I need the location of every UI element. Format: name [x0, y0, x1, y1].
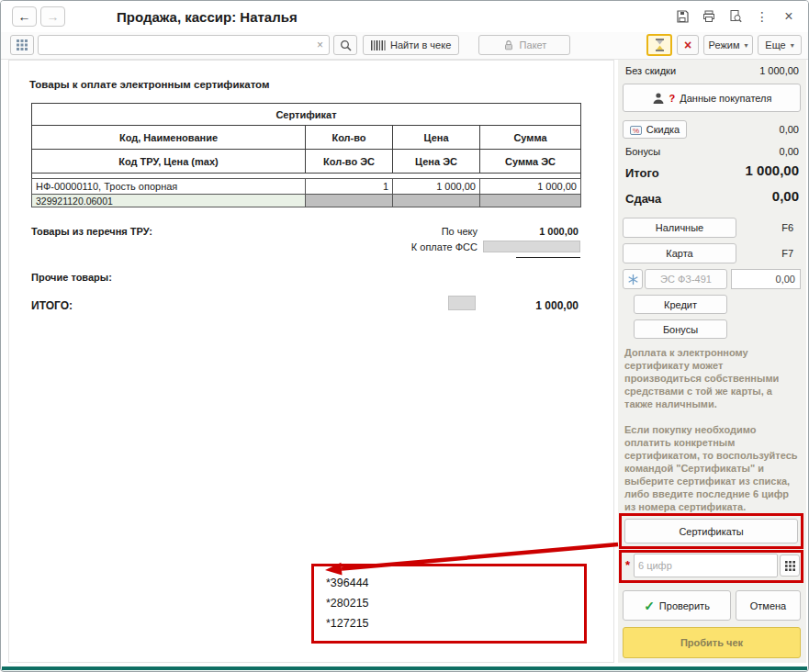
menu-grid-button[interactable]: [10, 35, 34, 55]
table-row[interactable]: НФ-00000110, Трость опорная 1 1 000,00 1…: [32, 179, 581, 195]
card-hotkey: F7: [781, 248, 793, 259]
titlebar-actions: ⋮ ×: [674, 8, 808, 25]
search-input[interactable]: [39, 37, 311, 53]
grid-icon: [17, 39, 28, 50]
page-title: Продажа, кассир: Наталья: [117, 9, 298, 25]
certificate-digits-input[interactable]: [634, 554, 778, 577]
table-header-row-1: Код, Наименование Кол-во Цена Сумма: [32, 126, 581, 150]
other-goods-label: Прочие товары:: [31, 272, 112, 283]
credit-label: Кредит: [664, 299, 697, 310]
col-header: Цена: [393, 126, 480, 150]
fss-underline: [516, 257, 580, 258]
change-value: 0,00: [772, 188, 799, 204]
submit-receipt-button[interactable]: Пробить чек: [623, 627, 801, 658]
checkmark-icon: ✓: [644, 599, 655, 613]
hourglass-icon: [654, 39, 666, 51]
lock-icon: [502, 39, 515, 51]
print-icon[interactable]: [701, 8, 717, 25]
keypad-button[interactable]: [780, 554, 800, 577]
save-icon[interactable]: [674, 8, 691, 25]
col-header: Кол-во ЭС: [306, 150, 393, 174]
chevron-down-icon: ▾: [791, 41, 794, 50]
mode-label: Режим: [709, 39, 740, 50]
certificate-number: *127215: [326, 613, 584, 633]
es-fz491-button[interactable]: ЭС ФЗ-491: [645, 269, 727, 289]
discount-label: Скидка: [646, 124, 680, 135]
fss-label: К оплате ФСС: [411, 241, 478, 252]
cancel-receipt-button[interactable]: ×: [677, 35, 699, 55]
cancel-label: Отмена: [750, 600, 786, 611]
empty-gray-cell: [306, 195, 393, 207]
group-header-cell: Сертификат: [32, 104, 581, 126]
discount-button[interactable]: % Скидка: [623, 120, 687, 139]
svg-text:%: %: [633, 127, 639, 135]
by-receipt-value: 1 000,00: [539, 226, 579, 237]
person-icon: [652, 92, 665, 105]
red-x-icon: ×: [684, 38, 691, 52]
hourglass-toggle-button[interactable]: [646, 34, 672, 56]
preview-icon[interactable]: [727, 8, 744, 25]
back-icon: ←: [18, 9, 31, 24]
item-qty-cell: 1: [306, 179, 393, 195]
col-header: Код, Наименование: [32, 126, 306, 150]
customer-data-button[interactable]: ? Данные покупателя: [623, 84, 801, 112]
section-heading: Товары к оплате электронным сертификатом: [29, 79, 270, 90]
package-button[interactable]: Пакет: [478, 35, 570, 55]
required-mark: *: [625, 558, 630, 572]
col-header: Кол-во: [306, 126, 393, 150]
total-value: 1 000,00: [746, 162, 799, 178]
bonuses-label: Бонусы: [663, 324, 698, 335]
card-button[interactable]: Карта: [623, 243, 736, 263]
certificate-table: Сертификат Код, Наименование Кол-во Цена…: [31, 103, 581, 207]
total-empty-cell: [448, 296, 476, 310]
tru-list-label: Товары из перечня ТРУ:: [31, 226, 152, 237]
col-header: Код ТРУ, Цена (max): [32, 150, 306, 174]
titlebar: ← → Продажа, кассир: Наталья ⋮ ×: [1, 1, 808, 32]
more-dropdown-button[interactable]: Еще ▾: [758, 35, 802, 55]
total-label: Итого: [625, 166, 659, 180]
col-header: Цена ЭС: [393, 150, 480, 174]
mode-dropdown-button[interactable]: Режим ▾: [703, 35, 753, 55]
help-text-certificate: Если покупку необходимо оплатить конкрет…: [624, 423, 799, 513]
forward-icon: →: [47, 9, 60, 24]
help-text-surcharge: Доплата к электронному сертификату может…: [624, 346, 799, 410]
more-label: Еще: [765, 39, 785, 50]
keypad-icon: [785, 561, 795, 571]
cash-button[interactable]: Наличные: [623, 218, 736, 238]
question-mark-icon: ?: [669, 93, 676, 104]
cash-label: Наличные: [656, 222, 703, 233]
empty-gray-cell: [393, 195, 480, 207]
discount-value: 0,00: [780, 124, 799, 135]
back-button[interactable]: ←: [12, 6, 37, 27]
certificates-label: Сертификаты: [679, 526, 743, 537]
kebab-menu-icon[interactable]: ⋮: [754, 8, 770, 25]
package-label: Пакет: [520, 39, 547, 50]
close-icon[interactable]: ×: [781, 8, 797, 25]
certificates-button[interactable]: Сертификаты: [624, 519, 798, 543]
certificate-numbers-annotation: *396444 *280215 *127215: [311, 564, 587, 644]
es-amount-value: 0,00: [776, 274, 795, 285]
clear-search-icon[interactable]: ×: [311, 39, 329, 51]
fss-amount-cell: [483, 241, 580, 252]
receipt-area: Товары к оплате электронным сертификатом…: [8, 60, 614, 663]
forward-button[interactable]: →: [40, 6, 65, 27]
search-button[interactable]: [333, 35, 357, 55]
chevron-down-icon: ▾: [744, 41, 747, 50]
empty-gray-cell: [480, 195, 581, 207]
tru-code-cell: 329921120.06001: [32, 195, 306, 207]
check-button[interactable]: ✓ Проверить: [623, 590, 731, 621]
check-label: Проверить: [659, 600, 710, 611]
find-in-receipt-button[interactable]: Найти в чеке: [363, 35, 459, 55]
customer-data-label: Данные покупателя: [680, 93, 771, 104]
credit-button[interactable]: Кредит: [634, 295, 727, 314]
bonuses-button[interactable]: Бонусы: [634, 319, 727, 339]
certificate-number: *280215: [326, 593, 584, 613]
table-row[interactable]: 329921120.06001: [32, 195, 581, 207]
pos-window: ← → Продажа, кассир: Наталья ⋮ × ×: [0, 0, 809, 672]
es-snowflake-button[interactable]: [623, 269, 643, 289]
cancel-button[interactable]: Отмена: [736, 590, 801, 621]
no-discount-value: 1 000,00: [759, 65, 799, 76]
es-amount-field[interactable]: 0,00: [731, 269, 801, 289]
table-header-row-2: Код ТРУ, Цена (max) Кол-во ЭС Цена ЭС Су…: [32, 150, 581, 174]
change-label: Сдача: [625, 192, 661, 206]
